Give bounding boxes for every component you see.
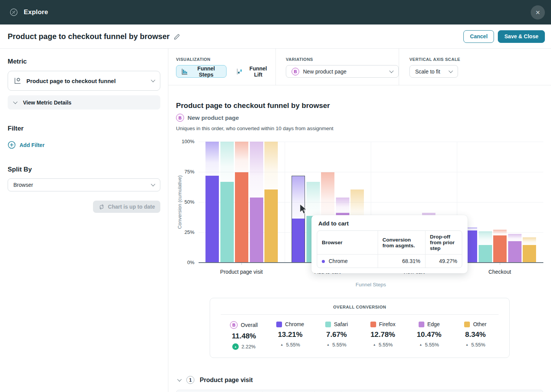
legend-swatch: [419, 322, 424, 327]
bar-ghost-segment: [235, 142, 248, 172]
funnel-chart: Conversion (cumulative) 100% 75% 50% 25%…: [168, 139, 551, 289]
variation-b-badge: B: [292, 68, 299, 75]
delta-up-icon: ▲: [466, 343, 469, 346]
legend-delta: ▲5.55%: [452, 342, 499, 348]
step-table-header-clipped: Conversion from asgmts. Drop-off from pr…: [176, 390, 543, 392]
bar-other-product-page-visit[interactable]: [264, 142, 278, 263]
funnel-steps-label: Funnel Steps: [191, 65, 222, 78]
bar-edge-checkout[interactable]: [508, 234, 522, 263]
bar-safari-checkout[interactable]: [479, 231, 492, 263]
add-filter-button[interactable]: Add Filter: [8, 141, 44, 149]
legend-swatch: [276, 322, 282, 327]
bar-ghost-segment: [336, 198, 349, 213]
legend-item-safari: Safari7.67%▲5.55%: [313, 321, 360, 350]
refresh-icon: [98, 204, 105, 210]
brand: Explore: [9, 8, 48, 17]
axis-scale-select[interactable]: Scale to fit: [409, 65, 458, 78]
bar-solid-segment: [493, 235, 507, 263]
legend-item-edge: Edge10.47%▲5.55%: [406, 321, 452, 350]
legend-delta: ▲5.55%: [360, 342, 406, 348]
axis-scale-value: Scale to fit: [415, 69, 440, 75]
bar-solid-segment: [479, 245, 492, 263]
chevron-down-icon: [151, 78, 155, 82]
x-tick-label: Product page visit: [220, 269, 262, 275]
chevron-down-icon: [13, 100, 17, 104]
bar-safari-product-page-visit[interactable]: [220, 142, 234, 263]
legend-delta: ▲5.55%: [267, 342, 313, 348]
variation-select[interactable]: B New product page: [286, 65, 399, 78]
bar-chrome-add-to-cart[interactable]: [292, 176, 305, 263]
chevron-down-icon: [177, 377, 181, 381]
divider: [221, 314, 499, 315]
y-tick: 0%: [171, 260, 194, 266]
bar-solid-segment: [264, 189, 278, 263]
bar-ghost-segment: [306, 182, 320, 216]
bar-solid-segment: [523, 245, 536, 263]
chart-subtitle: Uniques in this order, who converted wit…: [176, 126, 551, 131]
y-tick: 100%: [171, 139, 194, 145]
chevron-down-icon: [389, 69, 393, 73]
page-title: Product page to checkout funnel by brows…: [8, 32, 170, 41]
bar-solid-segment: [250, 198, 263, 263]
view-metric-details-toggle[interactable]: View Metric Details: [8, 95, 160, 109]
bar-ghost-segment: [250, 142, 263, 198]
funnel-lift-label: Funnel Lift: [246, 65, 271, 78]
explore-compass-icon: [9, 8, 18, 17]
y-tick: 50%: [171, 199, 194, 205]
legend-value: 13.21%: [267, 330, 313, 339]
bar-chrome-product-page-visit[interactable]: [205, 142, 219, 263]
y-tick: 75%: [171, 169, 194, 175]
split-by-select[interactable]: Browser: [8, 178, 160, 191]
step-1-row[interactable]: 1 Product page visit: [178, 376, 551, 384]
cancel-button[interactable]: Cancel: [463, 30, 494, 43]
x-tick-label: Checkout: [488, 269, 511, 275]
bar-ghost-segment: [264, 142, 278, 189]
split-by-value: Browser: [13, 182, 33, 188]
legend-label: Chrome: [285, 321, 304, 327]
bar-firefox-checkout[interactable]: [493, 230, 507, 263]
chart-section: Product page to checkout funnel by brows…: [168, 85, 551, 392]
x-tick-mark: [241, 263, 242, 265]
legend-label: Overall: [241, 322, 258, 328]
legend-label: Safari: [334, 321, 348, 327]
edit-pencil-icon[interactable]: [173, 33, 181, 40]
legend-item-overall: BOverall11.48%▲2.22%: [221, 321, 267, 350]
tooltip-dropoff: 49.27%: [425, 255, 462, 268]
metric-icon: [13, 77, 22, 85]
close-icon[interactable]: ✕: [531, 5, 545, 20]
legend-value: 8.34%: [452, 330, 499, 339]
delta-value: 5.55%: [286, 342, 300, 348]
bar-firefox-product-page-visit[interactable]: [235, 142, 248, 263]
legend-value: 12.78%: [360, 330, 406, 339]
bar-ghost-segment: [523, 237, 536, 245]
chart-controls: VISUALIZATION Funnel S: [168, 49, 551, 85]
chevron-down-icon: [448, 69, 453, 73]
chart-tooltip: Add to cart Browser Conversion from asgm…: [311, 215, 468, 273]
plus-circle-icon: [8, 141, 16, 149]
title-bar: Product page to checkout funnel by brows…: [0, 24, 551, 49]
variations-label: VARIATIONS: [286, 57, 399, 62]
delta-up-icon: ▲: [373, 343, 376, 346]
metric-select-value: Product page to checkout funnel: [26, 78, 116, 84]
bar-edge-product-page-visit[interactable]: [250, 142, 263, 263]
step-number-badge: 1: [186, 376, 194, 384]
legend-delta: ▲5.55%: [406, 342, 452, 348]
legend-value: 11.48%: [221, 332, 267, 340]
axis-scale-label: VERTICAL AXIS SCALE: [409, 57, 460, 62]
metric-select[interactable]: Product page to checkout funnel: [8, 71, 160, 91]
filter-heading: Filter: [8, 125, 160, 132]
y-tick: 25%: [171, 229, 194, 235]
funnel-lift-toggle[interactable]: Funnel Lift: [231, 65, 276, 78]
legend-label: Other: [473, 321, 486, 327]
bar-ghost-segment: [220, 142, 234, 182]
visualization-label: VISUALIZATION: [176, 57, 276, 62]
delta-value: 5.55%: [425, 342, 439, 348]
funnel-steps-toggle[interactable]: Funnel Steps: [176, 65, 227, 78]
legend-value: 10.47%: [406, 330, 452, 339]
tooltip-title: Add to cart: [318, 220, 462, 227]
bar-other-checkout[interactable]: [523, 237, 536, 263]
bar-ghost-segment: [493, 230, 507, 235]
variation-b-badge: B: [176, 114, 184, 122]
save-close-button[interactable]: Save & Close: [498, 30, 545, 43]
legend-label: Firefox: [379, 321, 396, 327]
